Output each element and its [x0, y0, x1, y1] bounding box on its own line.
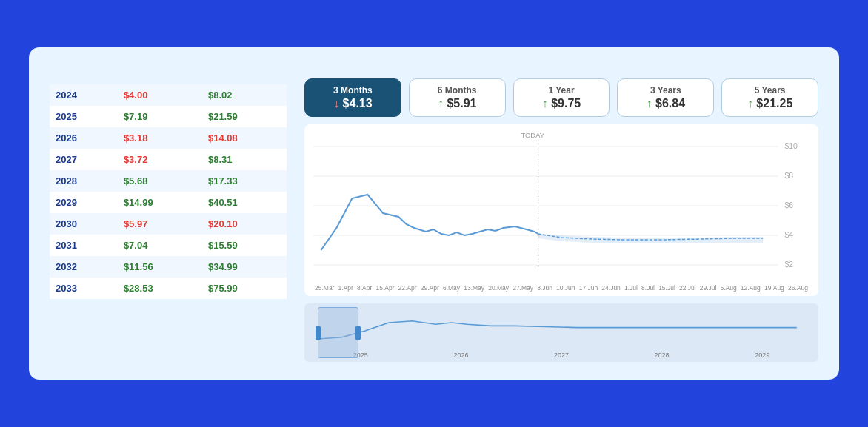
cell-max: $40.51 — [202, 192, 287, 213]
svg-text:TODAY: TODAY — [521, 132, 544, 139]
tab-arrow-4: ↑ — [747, 97, 753, 110]
cell-max: $8.31 — [202, 149, 287, 170]
table-row: 2027 $3.72 $8.31 — [50, 149, 287, 170]
x-label-15: 8.Jul — [641, 284, 655, 292]
table-row: 2025 $7.19 $21.59 — [50, 106, 287, 127]
table-row: 2024 $4.00 $8.02 — [50, 84, 287, 106]
inner-card: 2024 $4.00 $8.02 2025 $7.19 $21.59 2026 … — [29, 47, 839, 380]
mini-x-label-0: 2025 — [353, 352, 368, 359]
mini-x-label-1: 2026 — [453, 352, 468, 359]
svg-text:$2: $2 — [785, 260, 794, 269]
content-row: 2024 $4.00 $8.02 2025 $7.19 $21.59 2026 … — [50, 78, 818, 362]
x-label-9: 27.May — [513, 284, 533, 292]
x-label-22: 26.Aug — [788, 284, 808, 292]
x-label-19: 5.Aug — [721, 284, 737, 292]
tab-label-1: 6 Months — [417, 85, 498, 95]
cell-max: $75.99 — [202, 278, 287, 299]
cell-year: 2024 — [50, 84, 118, 106]
x-label-8: 20.May — [488, 284, 509, 292]
col-min — [118, 78, 202, 84]
svg-text:$10: $10 — [785, 142, 798, 150]
col-year — [50, 78, 118, 84]
x-label-10: 3.Jun — [537, 284, 552, 292]
period-tab-4[interactable]: 5 Years ↑ $21.25 — [721, 78, 818, 117]
cell-min: $5.68 — [118, 170, 202, 192]
cell-year: 2027 — [50, 149, 118, 170]
x-label-17: 22.Jul — [679, 284, 696, 292]
mini-x-labels: 20252026202720282029 — [310, 352, 812, 359]
x-label-11: 10.Jun — [556, 284, 575, 292]
tab-arrow-2: ↑ — [542, 97, 548, 110]
x-label-12: 17.Jun — [579, 284, 598, 292]
cell-min: $28.53 — [118, 278, 202, 299]
period-tabs: 3 Months ↓ $4.13 6 Months ↑ $5.91 1 Year… — [304, 78, 818, 117]
cell-year: 2025 — [50, 106, 118, 127]
svg-text:$4: $4 — [785, 231, 794, 239]
cell-max: $15.59 — [202, 235, 287, 256]
x-label-6: 6.May — [443, 284, 460, 292]
x-label-0: 25.Mar — [315, 284, 334, 292]
period-tab-0[interactable]: 3 Months ↓ $4.13 — [304, 78, 401, 117]
table-row: 2028 $5.68 $17.33 — [50, 170, 287, 192]
x-label-7: 13.May — [464, 284, 484, 292]
x-label-20: 12.Aug — [741, 284, 761, 292]
table-row: 2032 $11.56 $34.99 — [50, 256, 287, 278]
table-row: 2026 $3.18 $14.08 — [50, 127, 287, 149]
tab-label-4: 5 Years — [730, 85, 810, 95]
tab-value-2: ↑ $9.75 — [521, 97, 602, 110]
cell-max: $14.08 — [202, 127, 287, 149]
cell-year: 2033 — [50, 278, 118, 299]
tab-arrow-0: ↓ — [333, 97, 339, 110]
table-row: 2031 $7.04 $15.59 — [50, 235, 287, 256]
x-label-21: 19.Aug — [764, 284, 784, 292]
tab-arrow-3: ↑ — [647, 97, 652, 110]
cell-min: $7.19 — [118, 106, 202, 127]
tab-label-2: 1 Year — [521, 85, 602, 95]
cell-max: $21.59 — [202, 106, 287, 127]
mini-x-label-3: 2028 — [655, 352, 670, 359]
main-chart-svg: $10 $8 $6 $4 $2 TODAY — [313, 132, 809, 280]
x-label-13: 24.Jun — [601, 284, 621, 292]
x-axis-labels: 25.Mar1.Apr8.Apr15.Apr22.Apr29.Apr6.May1… — [313, 284, 809, 292]
price-table: 2024 $4.00 $8.02 2025 $7.19 $21.59 2026 … — [50, 78, 287, 362]
x-label-1: 1.Apr — [338, 284, 353, 292]
x-label-16: 15.Jul — [658, 284, 675, 292]
cell-year: 2031 — [50, 235, 118, 256]
cell-year: 2030 — [50, 213, 118, 235]
cell-year: 2032 — [50, 256, 118, 278]
cell-year: 2029 — [50, 192, 118, 213]
mini-x-label-4: 2029 — [755, 352, 769, 359]
cell-max: $34.99 — [202, 256, 287, 278]
tab-value-3: ↑ $6.84 — [625, 97, 706, 110]
mini-chart-svg — [310, 306, 812, 347]
mini-x-label-2: 2027 — [554, 352, 569, 359]
cell-min: $3.72 — [118, 149, 202, 170]
cell-min: $4.00 — [118, 84, 202, 106]
period-tab-1[interactable]: 6 Months ↑ $5.91 — [409, 78, 506, 117]
cell-min: $14.99 — [118, 192, 202, 213]
x-label-2: 8.Apr — [357, 284, 372, 292]
cell-year: 2026 — [50, 127, 118, 149]
table-row: 2029 $14.99 $40.51 — [50, 192, 287, 213]
col-max — [202, 78, 287, 84]
main-chart-container: $10 $8 $6 $4 $2 TODAY — [304, 124, 818, 296]
period-tab-2[interactable]: 1 Year ↑ $9.75 — [513, 78, 610, 117]
svg-text:$6: $6 — [785, 201, 794, 209]
outer-card: 2024 $4.00 $8.02 2025 $7.19 $21.59 2026 … — [16, 34, 852, 393]
cell-min: $7.04 — [118, 235, 202, 256]
cell-min: $3.18 — [118, 127, 202, 149]
cell-max: $8.02 — [202, 84, 287, 106]
cell-year: 2028 — [50, 170, 118, 192]
x-label-5: 29.Apr — [421, 284, 439, 292]
svg-text:$8: $8 — [785, 172, 794, 180]
tab-label-3: 3 Years — [625, 85, 706, 95]
x-label-4: 22.Apr — [398, 284, 417, 292]
cell-min: $5.97 — [118, 213, 202, 235]
cell-max: $17.33 — [202, 170, 287, 192]
x-label-14: 1.Jul — [624, 284, 638, 292]
period-tab-3[interactable]: 3 Years ↑ $6.84 — [617, 78, 714, 117]
tab-value-4: ↑ $21.25 — [730, 97, 810, 110]
table-row: 2030 $5.97 $20.10 — [50, 213, 287, 235]
mini-chart-container: 20252026202720282029 — [304, 303, 818, 362]
x-label-3: 15.Apr — [375, 284, 394, 292]
